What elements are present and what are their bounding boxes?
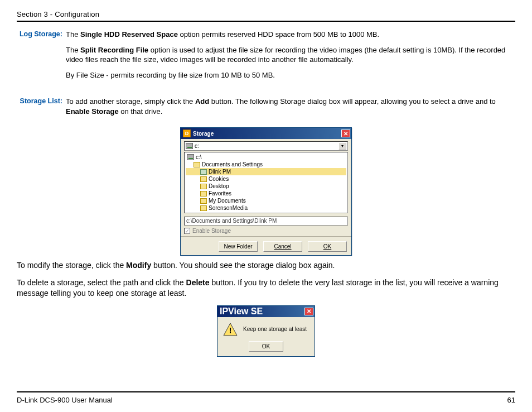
footer-title: D-Link DCS-900 User Manual	[17, 396, 113, 404]
folder-icon	[200, 191, 207, 197]
path-field[interactable]: c:\Documents and Settings\Dlink PM	[184, 217, 348, 226]
storage-list-block: Storage List: To add another storage, si…	[17, 97, 515, 122]
tree-item-label: Favorites	[209, 190, 231, 197]
folder-icon	[200, 184, 207, 189]
warning-message: Keep one storage at least	[243, 326, 307, 332]
checkbox-icon[interactable]: ✓	[184, 228, 190, 234]
new-folder-button[interactable]: New Folder	[219, 241, 258, 252]
bold-term: Delete	[186, 278, 210, 287]
tree-item[interactable]: Cookies	[186, 175, 346, 183]
text: button. The following Storage dialog box…	[209, 97, 496, 106]
folder-icon	[200, 169, 207, 175]
tree-item[interactable]: Favorites	[186, 190, 346, 197]
folder-icon	[200, 205, 207, 211]
page-footer: D-Link DCS-900 User Manual 61	[17, 391, 515, 404]
ok-label: OK	[323, 243, 331, 250]
tree-item[interactable]: Dlink PM	[186, 168, 346, 175]
storage-list-body: To add another storage, simply click the…	[66, 97, 515, 122]
tree-item[interactable]: Desktop	[186, 183, 346, 190]
text: on that drive.	[119, 107, 163, 116]
folder-icon	[200, 198, 207, 204]
cancel-button[interactable]: Cancel	[263, 241, 302, 252]
disk-icon	[186, 143, 193, 149]
checkbox-label: Enable Storage	[192, 228, 231, 234]
folder-icon	[194, 162, 200, 167]
text: The	[66, 30, 80, 39]
tree-item[interactable]: Documents and Settings	[186, 161, 346, 168]
tree-item-label: Documents and Settings	[202, 161, 263, 167]
storage-list-label: Storage List:	[17, 97, 66, 105]
folder-icon	[200, 213, 207, 214]
text: button. You should see the storage dialo…	[151, 261, 335, 270]
text: To delete a storage, select the path and…	[17, 278, 186, 287]
warning-titlebar: IPView SE ✕	[217, 306, 315, 317]
bold-term: Modify	[126, 261, 151, 270]
drive-label: c:	[195, 143, 199, 149]
delete-paragraph: To delete a storage, select the path and…	[17, 277, 515, 299]
section-header: Section 3 - Configuration	[17, 10, 515, 22]
bold-term: Enable Storage	[66, 107, 119, 116]
divider	[181, 236, 351, 237]
tree-item[interactable]: My Documents	[186, 197, 346, 204]
storage-titlebar: D Storage ✕	[181, 128, 351, 139]
ok-button[interactable]: OK	[308, 241, 347, 252]
modify-paragraph: To modify the storage, click the Modify …	[17, 260, 515, 271]
drive-combobox[interactable]: c: ▾	[184, 141, 348, 151]
tree-item-label: My Documents	[209, 198, 246, 204]
warning-dialog: IPView SE ✕ ! Keep one storage at least …	[217, 305, 315, 357]
cancel-label: Cancel	[274, 243, 291, 250]
log-storage-block: Log Storage: The Single HDD Reserved Spa…	[17, 30, 515, 85]
tree-item-label: Dlink PM	[209, 169, 231, 175]
tree-item-label: Start Menu	[209, 212, 236, 213]
bold-term: Split Recording File	[80, 46, 148, 54]
text: The	[66, 46, 80, 54]
folder-icon	[200, 176, 207, 182]
app-icon: D	[183, 130, 191, 137]
tree-item-label: SorensonMedia	[209, 205, 248, 211]
tree-item-label: Cookies	[209, 176, 229, 182]
close-icon[interactable]: ✕	[341, 130, 350, 137]
warning-ok-button[interactable]: OK	[249, 341, 283, 352]
tree-item[interactable]: SorensonMedia	[186, 204, 346, 212]
tree-item-label: c:\	[196, 154, 202, 160]
text: option permits reserved HDD space from 5…	[178, 30, 379, 39]
bold-term: Add	[195, 97, 209, 106]
tree-item[interactable]: Start Menu	[186, 212, 346, 213]
disk-icon	[187, 154, 194, 160]
text: To add another storage, simply click the	[66, 97, 195, 106]
tree-item[interactable]: c:\	[186, 154, 346, 161]
log-storage-body: The Single HDD Reserved Space option per…	[66, 30, 515, 85]
warning-icon: !	[223, 323, 238, 336]
close-icon[interactable]: ✕	[304, 308, 313, 315]
text: To modify the storage, click the	[17, 261, 126, 270]
dialog-title: Storage	[193, 131, 214, 137]
tree-item-label: Desktop	[209, 183, 229, 189]
warning-title: IPView SE	[220, 306, 263, 317]
text: By File Size - permits recording by file…	[66, 70, 515, 80]
chevron-down-icon[interactable]: ▾	[338, 142, 346, 150]
storage-dialog: D Storage ✕ c: ▾ c:\Documents and Settin…	[180, 127, 352, 256]
log-storage-label: Log Storage:	[17, 30, 66, 38]
enable-storage-checkbox[interactable]: ✓ Enable Storage	[184, 228, 348, 234]
page-number: 61	[507, 396, 515, 404]
bold-term: Single HDD Reserved Space	[80, 30, 178, 39]
folder-tree[interactable]: c:\Documents and SettingsDlink PMCookies…	[184, 152, 348, 213]
svg-text:!: !	[229, 326, 232, 335]
